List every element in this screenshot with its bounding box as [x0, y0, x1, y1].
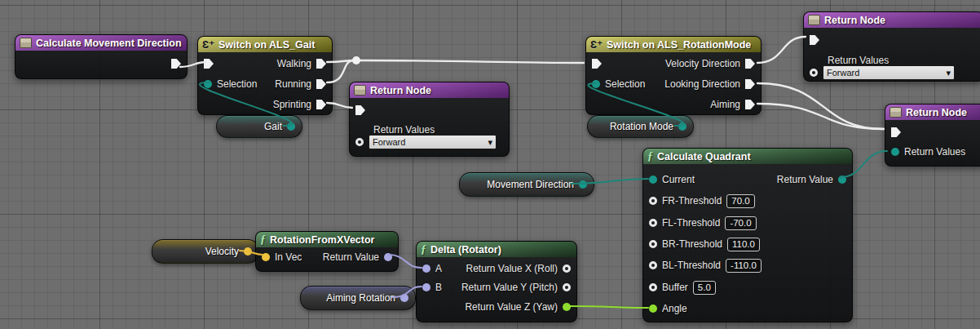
- exec-output-pin-sprinting[interactable]: [316, 100, 326, 109]
- gait-output-pin[interactable]: [287, 122, 295, 131]
- wire-exec-reroute-to-switchrotationmode[interactable]: [356, 60, 584, 63]
- node-title: Delta (Rotator): [430, 244, 501, 256]
- aiming-rotation-output-pin[interactable]: [400, 294, 408, 302]
- reroute-node[interactable]: [352, 56, 360, 64]
- return-values-input-pin[interactable]: [810, 69, 818, 77]
- variable-velocity[interactable]: Velocity: [152, 239, 259, 264]
- pin-label-a: A: [435, 263, 442, 274]
- return-values-input-pin[interactable]: [891, 148, 899, 156]
- b-input-pin[interactable]: [422, 283, 430, 291]
- node-title: Return Node: [370, 85, 431, 96]
- chevron-down-icon: ▾: [946, 68, 951, 78]
- pin-label-br-threshold: BR-Threshold: [662, 238, 722, 250]
- dropdown-selected-value: Forward: [827, 68, 859, 78]
- return-value-dropdown[interactable]: Forward ▾: [823, 65, 955, 80]
- rotation-mode-output-pin[interactable]: [678, 122, 686, 131]
- node-header[interactable]: Return Node: [804, 12, 980, 28]
- node-switch-on-als-rotationmode[interactable]: Ɛ⁺ Switch on ALS_RotationMode Velocity D…: [585, 36, 761, 115]
- variable-label: Velocity: [205, 246, 239, 257]
- node-header[interactable]: Ɛ⁺ Switch on ALS_RotationMode: [586, 37, 761, 52]
- function-icon: ƒ: [647, 151, 653, 162]
- variable-aiming-rotation[interactable]: Aiming Rotation: [300, 286, 416, 310]
- pin-label-fl-threshold: FL-Threshold: [662, 217, 720, 229]
- node-header[interactable]: ƒ RotationFromXVector: [256, 232, 398, 247]
- node-calculate-movement-direction[interactable]: Calculate Movement Direction: [15, 34, 188, 79]
- selection-input-pin[interactable]: [204, 80, 212, 88]
- macro-icon: [808, 15, 820, 25]
- br-threshold-value-field[interactable]: 110.0: [727, 238, 760, 251]
- pin-label-selection: Selection: [605, 78, 645, 90]
- return-value-output-pin[interactable]: [384, 253, 392, 261]
- return-value-x-output-pin[interactable]: [563, 265, 571, 273]
- buffer-input-pin[interactable]: [649, 283, 657, 291]
- wire-exec-aiming-to-returnright[interactable]: [757, 104, 884, 129]
- node-title: Return Node: [906, 107, 967, 118]
- variable-label: Movement Direction: [487, 179, 574, 190]
- node-delta-rotator[interactable]: ƒ Delta (Rotator) A Return Value X (Roll…: [416, 241, 577, 322]
- macro-icon: [354, 85, 366, 96]
- angle-input-pin[interactable]: [649, 305, 657, 313]
- variable-gait[interactable]: Gait: [216, 115, 302, 138]
- exec-input-pin[interactable]: [891, 127, 901, 137]
- node-calculate-quadrant[interactable]: ƒ Calculate Quadrant Current Return Valu…: [642, 148, 853, 322]
- a-input-pin[interactable]: [422, 265, 430, 273]
- node-header[interactable]: ƒ Calculate Quadrant: [643, 149, 852, 164]
- fr-threshold-value-field[interactable]: 70.0: [726, 194, 754, 208]
- variable-label: Rotation Mode: [610, 121, 673, 132]
- switch-icon: Ɛ⁺: [590, 39, 603, 50]
- velocity-output-pin[interactable]: [244, 247, 252, 256]
- node-header[interactable]: Ɛ⁺ Switch on ALS_Gait: [198, 37, 332, 52]
- exec-input-pin[interactable]: [810, 35, 819, 45]
- exec-output-pin[interactable]: [171, 59, 181, 69]
- exec-output-pin-looking-direction[interactable]: [745, 79, 755, 89]
- exec-output-pin-velocity-direction[interactable]: [745, 59, 755, 69]
- selection-input-pin[interactable]: [592, 80, 600, 88]
- return-values-input-pin[interactable]: [355, 138, 364, 146]
- exec-input-pin[interactable]: [592, 59, 602, 69]
- node-return-mid[interactable]: Return Node Return Values Forward ▾: [349, 82, 510, 157]
- pin-label-return-value: Return Value: [323, 251, 379, 263]
- in-vec-input-pin[interactable]: [262, 253, 270, 261]
- buffer-value-field[interactable]: 5.0: [693, 281, 716, 295]
- exec-output-pin-walking[interactable]: [316, 59, 326, 69]
- current-input-pin[interactable]: [649, 176, 657, 184]
- variable-movement-direction[interactable]: Movement Direction: [459, 172, 594, 197]
- fl-threshold-value-field[interactable]: -70.0: [725, 216, 756, 230]
- pin-label-walking: Walking: [277, 58, 311, 69]
- br-threshold-input-pin[interactable]: [649, 240, 657, 248]
- node-header[interactable]: Return Node: [885, 104, 980, 120]
- node-switch-on-als-gait[interactable]: Ɛ⁺ Switch on ALS_Gait Walking Selection …: [197, 36, 333, 115]
- pin-label-bl-threshold: BL-Threshold: [662, 260, 721, 271]
- fl-threshold-input-pin[interactable]: [649, 219, 657, 227]
- node-header[interactable]: Calculate Movement Direction: [15, 35, 187, 51]
- bl-threshold-value-field[interactable]: -110.0: [726, 259, 761, 273]
- return-value-dropdown[interactable]: Forward ▾: [369, 135, 497, 149]
- pin-label-return-values: Return Values: [373, 124, 435, 136]
- node-header[interactable]: ƒ Delta (Rotator): [417, 242, 576, 257]
- node-header[interactable]: Return Node: [350, 82, 509, 98]
- wire-exec-lookingdirection-to-returnright[interactable]: [757, 83, 884, 129]
- exec-input-pin[interactable]: [204, 59, 214, 69]
- exec-output-pin-aiming[interactable]: [745, 100, 755, 109]
- wire-yaw-to-angle[interactable]: [570, 306, 648, 308]
- fr-threshold-input-pin[interactable]: [649, 197, 657, 205]
- macro-icon: [20, 38, 32, 48]
- bl-threshold-input-pin[interactable]: [649, 261, 657, 269]
- return-value-output-pin[interactable]: [838, 176, 846, 184]
- node-return-top[interactable]: Return Node Return Values Forward ▾: [803, 11, 980, 82]
- pin-label-current: Current: [662, 174, 695, 185]
- node-return-right[interactable]: Return Node Return Values: [885, 104, 980, 167]
- exec-output-pin-running[interactable]: [316, 79, 326, 89]
- blueprint-graph-canvas[interactable]: Calculate Movement Direction Ɛ⁺ Switch o…: [0, 0, 980, 329]
- movement-direction-output-pin[interactable]: [579, 180, 587, 189]
- variable-rotation-mode[interactable]: Rotation Mode: [587, 115, 694, 138]
- wire-exec-velocitydirection-to-returntop[interactable]: [757, 37, 806, 63]
- node-title: Calculate Movement Direction: [36, 38, 182, 49]
- variable-label: Gait: [264, 121, 282, 132]
- return-value-z-output-pin[interactable]: [563, 303, 571, 311]
- return-value-y-output-pin[interactable]: [563, 283, 571, 291]
- exec-input-pin[interactable]: [355, 105, 365, 115]
- pin-label-return-values: Return Values: [904, 146, 965, 158]
- node-rotationfromxvector[interactable]: ƒ RotationFromXVector In Vec Return Valu…: [255, 231, 399, 272]
- pin-label-in-vec: In Vec: [275, 251, 302, 263]
